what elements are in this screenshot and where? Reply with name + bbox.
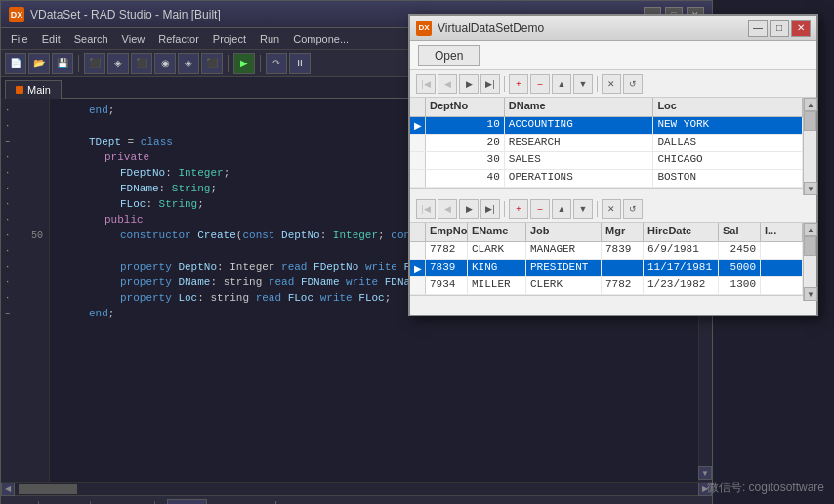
lower-nav-post-btn[interactable]: ▼: [573, 199, 593, 219]
toolbar-btn3[interactable]: ◈: [107, 53, 129, 74]
vds-app-icon: DX: [416, 21, 432, 36]
row-marker-1: ▶: [410, 117, 426, 134]
upper-scroll-down[interactable]: ▼: [804, 182, 817, 195]
menu-refactor[interactable]: Refactor: [152, 31, 205, 47]
toolbar-save[interactable]: 💾: [52, 53, 73, 74]
vds-window: DX VirtualDataSetDemo — □ ✕ Open |◀ ◀ ▶ …: [408, 14, 818, 316]
lower-nav-refresh-btn[interactable]: ↺: [623, 199, 643, 219]
grid-header-row: DeptNo DName Loc: [410, 98, 803, 117]
toolbar-btn6[interactable]: ◈: [178, 53, 199, 74]
menu-component[interactable]: Compone...: [287, 31, 354, 47]
scroll-down-btn[interactable]: ▼: [698, 466, 712, 480]
vds-close-btn[interactable]: ✕: [791, 20, 811, 37]
dept-row-1[interactable]: ▶ 10 ACCOUNTING NEW YORK: [410, 117, 803, 135]
lower-nav-prev-btn[interactable]: ◀: [438, 199, 457, 219]
nav-last-btn[interactable]: ▶|: [480, 74, 500, 94]
status-tab-history[interactable]: History: [288, 500, 333, 505]
toolbar-btn4[interactable]: ⬛: [131, 53, 152, 74]
cell-mgr-1: 7839: [602, 242, 644, 259]
toolbar-btn5[interactable]: ◉: [154, 53, 176, 74]
editor-hscrollbar[interactable]: ◀ ▶: [1, 482, 712, 495]
gutter-line: ·: [1, 149, 49, 165]
gutter-line: ·: [1, 243, 49, 259]
cell-dname-4: OPERATIONS: [505, 170, 654, 187]
vds-minimize-btn[interactable]: —: [748, 20, 768, 37]
emp-row-2[interactable]: ▶ 7839 KING PRESIDENT 11/17/1981 5000: [410, 260, 803, 277]
toolbar-btn2[interactable]: ⬛: [84, 53, 105, 74]
toolbar-open[interactable]: 📂: [28, 53, 50, 74]
toolbar-run[interactable]: ▶: [233, 53, 255, 74]
menu-file[interactable]: File: [5, 31, 34, 47]
cell-empno-1: 7782: [426, 242, 468, 259]
lower-nav-first-btn[interactable]: |◀: [416, 199, 436, 219]
nav-del-btn[interactable]: –: [530, 74, 550, 94]
dept-grid[interactable]: DeptNo DName Loc ▶ 10 ACCOUNTING NEW YOR…: [410, 98, 803, 189]
cell-sal-3: 1300: [719, 277, 761, 294]
menu-search[interactable]: Search: [68, 31, 114, 47]
lower-nav-edit-btn[interactable]: ▲: [552, 199, 571, 219]
editor-gutter: · · – · · · · · 50· · · · · –: [1, 99, 50, 482]
gutter-line: ·: [1, 212, 49, 228]
open-button[interactable]: Open: [418, 45, 480, 66]
status-tab-design[interactable]: Design: [219, 500, 264, 505]
col-hiredate: HireDate: [644, 223, 719, 241]
scroll-left-btn[interactable]: ◀: [1, 483, 15, 496]
lower-nav-next-btn[interactable]: ▶: [459, 199, 479, 219]
nav-cancel-btn[interactable]: ✕: [602, 74, 621, 94]
menu-edit[interactable]: Edit: [36, 31, 66, 47]
cell-loc-2: DALLAS: [653, 135, 803, 151]
nav-prev-btn[interactable]: ◀: [438, 74, 457, 94]
header-marker-col: [410, 98, 426, 116]
cell-mgr-3: 7782: [602, 277, 644, 294]
nav-post-btn[interactable]: ▼: [573, 74, 593, 94]
lower-nav-add-btn[interactable]: +: [509, 199, 528, 219]
row-marker-2: [410, 135, 426, 151]
dept-row-3[interactable]: 30 SALES CHICAGO: [410, 152, 803, 170]
cell-loc-3: CHICAGO: [653, 152, 803, 169]
menu-view[interactable]: View: [116, 31, 151, 47]
emp-row-3[interactable]: 7934 MILLER CLERK 7782 1/23/1982 1300: [410, 277, 803, 295]
col-job: Job: [526, 223, 602, 241]
vds-maximize-btn[interactable]: □: [770, 20, 789, 37]
status-tab-code[interactable]: Code: [167, 499, 206, 505]
gutter-line: ·: [1, 165, 49, 181]
lower-nav-last-btn[interactable]: ▶|: [480, 199, 500, 219]
gutter-line: ·: [1, 196, 49, 212]
tab-main[interactable]: Main: [5, 80, 62, 99]
upper-grid: DeptNo DName Loc ▶ 10 ACCOUNTING NEW YOR…: [410, 98, 803, 195]
menu-project[interactable]: Project: [207, 31, 252, 47]
cell-ename-1: CLARK: [468, 242, 526, 259]
lower-grid-vscroll[interactable]: ▲ ▼: [803, 223, 816, 301]
gutter-line: ·: [1, 259, 49, 274]
col-empno: EmpNo: [426, 223, 468, 241]
nav-add-btn[interactable]: +: [509, 74, 528, 94]
cell-hiredate-3: 1/23/1982: [644, 277, 719, 294]
menu-run[interactable]: Run: [254, 31, 285, 47]
toolbar-btn7[interactable]: ⬛: [201, 53, 223, 74]
dept-row-4[interactable]: 40 OPERATIONS BOSTON: [410, 170, 803, 188]
lower-nav-cancel-btn[interactable]: ✕: [602, 199, 621, 219]
cell-ename-3: MILLER: [468, 277, 526, 294]
emp-row-1[interactable]: 7782 CLARK MANAGER 7839 6/9/1981 2450: [410, 242, 803, 260]
cell-loc-4: BOSTON: [653, 170, 803, 187]
rad-studio-icon: DX: [9, 7, 24, 22]
nav-next-btn[interactable]: ▶: [459, 74, 479, 94]
gutter-line: –: [1, 306, 49, 321]
nav-edit-btn[interactable]: ▲: [552, 74, 571, 94]
lower-scroll-down[interactable]: ▼: [804, 287, 817, 301]
upper-grid-vscroll[interactable]: ▲ ▼: [803, 98, 816, 195]
gutter-line-50: 50·: [1, 228, 49, 243]
toolbar-new[interactable]: 📄: [5, 53, 26, 74]
lower-scroll-up[interactable]: ▲: [804, 223, 817, 236]
cell-mgr-2: [602, 260, 644, 276]
nav-refresh-btn[interactable]: ↺: [623, 74, 643, 94]
toolbar-pause[interactable]: ⏸: [289, 53, 311, 74]
dept-row-2[interactable]: 20 RESEARCH DALLAS: [410, 135, 803, 152]
toolbar-step[interactable]: ↷: [266, 53, 287, 74]
upper-scroll-up[interactable]: ▲: [804, 98, 817, 111]
cell-deptno-3: 30: [426, 152, 505, 169]
emp-grid[interactable]: EmpNo EName Job Mgr HireDate Sal I... 77…: [410, 223, 803, 296]
nav-first-btn[interactable]: |◀: [416, 74, 436, 94]
status-sep-2: [90, 501, 91, 505]
lower-nav-del-btn[interactable]: –: [530, 199, 550, 219]
